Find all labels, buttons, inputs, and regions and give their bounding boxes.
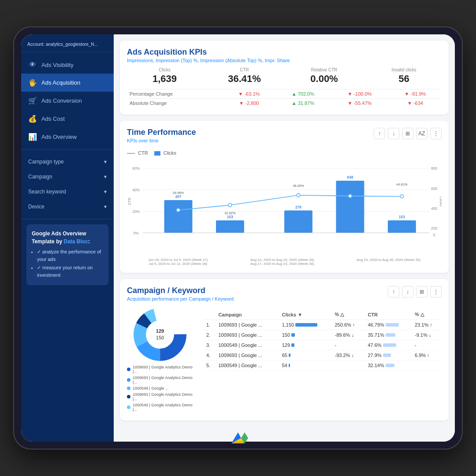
chart-icon: 📊 [28, 133, 37, 141]
col-rank [204, 309, 216, 320]
clicks-delta: -89.6% ↓ [332, 330, 365, 340]
legend-text: 1000549 | Google Analytics Demo |... [133, 403, 197, 412]
ctr-legend: CTR [127, 150, 148, 156]
svg-text:Clicks: Clicks [439, 197, 442, 207]
svg-text:20%: 20% [132, 209, 140, 214]
tablet-screen: Account: analytics_googlestore_N... 👁 Ad… [21, 34, 455, 442]
tablet-frame: Account: analytics_googlestore_N... 👁 Ad… [13, 26, 463, 450]
ctr-value: 32.14% [365, 361, 412, 371]
filter-device[interactable]: Device ▾ [21, 199, 114, 214]
clicks-value: 65 [279, 350, 332, 361]
svg-point-30 [147, 321, 173, 348]
sort-desc-button[interactable]: ↓ [402, 286, 413, 298]
filter-label: Campaign [28, 174, 52, 180]
sidebar-nav: 👁 Ads Visibility 🖐 Ads Acquisition 🛒 Ads… [21, 52, 114, 150]
svg-text:153: 153 [227, 215, 233, 219]
filter-label: Campaign type [28, 159, 64, 165]
rank: 3. [204, 340, 216, 350]
filter-search-keyword[interactable]: Search keyword ▾ [21, 184, 114, 199]
money-icon: 💰 [28, 115, 37, 123]
campaign-name: 1000549 | Google ... [216, 361, 279, 371]
hand-icon: 🖐 [28, 78, 37, 87]
promo-list: ✓ analyze the performance of your ads ✓ … [32, 248, 103, 279]
ctr-delta: -9.1% ↓ [412, 330, 442, 340]
legend-text: 1009693 | Google Analytics Demo |... [133, 392, 197, 401]
sort-asc-button[interactable]: ↑ [374, 128, 385, 139]
account-name: analytics_googlestore_N... [46, 42, 98, 47]
kpi-relative-ctr: Relative CTR 0.00% [286, 67, 362, 85]
chart-header: Time Performance KPIs over time ↑ ↓ ⊞ AZ… [127, 128, 442, 148]
col-clicks[interactable]: Clicks ▼ [279, 309, 332, 320]
kpi-label: Relative CTR [286, 67, 362, 72]
pct-change-invalid: ▼ -91.9% [389, 89, 442, 99]
sidebar-item-ads-conversion[interactable]: 🛒 Ads Conversion [21, 92, 114, 110]
clicks-value: 129 [279, 340, 332, 350]
chart-type-button[interactable]: ⊞ [402, 128, 413, 139]
legend-dot [127, 378, 130, 382]
svg-text:0%: 0% [134, 231, 139, 235]
legend-clicks-label: Clicks [164, 150, 176, 156]
ctr-bar [386, 323, 399, 327]
chart-svg: 60% 40% 20% 0% 800 600 400 200 0 CTR Cl [127, 159, 442, 256]
sort-desc-button[interactable]: ↓ [388, 128, 399, 139]
svg-text:648: 648 [347, 175, 353, 179]
svg-text:CTR: CTR [127, 197, 132, 205]
kpi-label: Invalid clicks [366, 67, 442, 72]
filter-label: Search keyword [28, 189, 66, 195]
sidebar-item-ads-overview[interactable]: 📊 Ads Overview [21, 128, 114, 146]
table-row: 4. 1009693 | Google ... 65 -93.2% ↓ 27.9… [204, 350, 442, 361]
clicks-bar [289, 364, 290, 367]
nav-label: Ads Overview [41, 134, 77, 140]
svg-text:600: 600 [431, 186, 437, 191]
pie-legend-item: 1000549 | Google Analytics Demo |... [127, 403, 197, 412]
promo-item: ✓ measure your return on investment [37, 264, 103, 279]
table-header-row: Campaign Clicks ▼ % △ CTR % △ [204, 309, 442, 320]
clicks-value: 54 [279, 361, 332, 371]
bar-week33 [284, 211, 312, 233]
nav-label: Ads Visibility [41, 62, 74, 68]
chart-type-button[interactable]: ⊞ [416, 286, 428, 298]
svg-text:44.61%: 44.61% [396, 182, 408, 186]
abs-change-clicks: ▼ -2,800 [223, 99, 275, 108]
legend-text: 1009693 | Google Analytics Demo |... [133, 376, 197, 384]
svg-text:800: 800 [431, 167, 437, 171]
eye-icon: 👁 [28, 61, 37, 69]
az-sort-button[interactable]: AZ [416, 128, 428, 139]
sort-asc-button[interactable]: ↑ [388, 286, 399, 298]
more-options-button[interactable]: ⋮ [430, 128, 442, 139]
sidebar-item-ads-cost[interactable]: 💰 Ads Cost [21, 110, 114, 128]
svg-text:400: 400 [431, 206, 437, 211]
sidebar-account: Account: analytics_googlestore_N... [21, 34, 114, 52]
kpi-value: 36.41% [207, 73, 282, 85]
legend-dot [127, 387, 130, 390]
campaign-keyword-card: Campaign / Keyword Acquisition performan… [120, 279, 449, 420]
campaign-title-group: Campaign / Keyword Acquisition performan… [127, 286, 234, 306]
sidebar-item-ads-acquisition[interactable]: 🖐 Ads Acquisition [21, 74, 114, 92]
campaign-title: Campaign / Keyword [127, 286, 234, 295]
svg-text:407: 407 [175, 194, 181, 199]
clicks-bar [291, 333, 295, 337]
promo-title: Google Ads Overview Template by Data Blo… [32, 231, 90, 245]
clicks-bar [289, 353, 290, 357]
table-row: 5. 1000549 | Google ... 54 32.14% [204, 361, 442, 371]
chart-title-group: Time Performance KPIs over time [127, 128, 196, 148]
account-label: Account: [27, 42, 45, 47]
pie-legend: 1009693 | Google Analytics Demo |... 100… [127, 365, 197, 412]
ctr-dot [177, 208, 180, 212]
sidebar-filters: Campaign type ▾ Campaign ▾ Search keywor… [21, 150, 114, 219]
pct-change-clicks: ▼ -63.1% [223, 89, 275, 99]
clicks-value: 1,150 [279, 320, 332, 330]
campaign-subtitle: Acquisition performance per Campaign / K… [127, 296, 234, 301]
more-options-button[interactable]: ⋮ [430, 286, 442, 298]
svg-text:46.26%: 46.26% [293, 184, 304, 188]
svg-text:153: 153 [399, 215, 405, 219]
kpi-change-table: Percentage Change ▼ -63.1% ▲ 702.0% ▼ -1… [127, 89, 442, 108]
table-row: 3. 1000549 | Google ... 129 - 47.6% - [204, 340, 442, 350]
kpi-value: 1,639 [127, 73, 202, 85]
x-label: Aug 10, 2020 to Aug 16, 2020 (Week 33)Au… [250, 258, 314, 266]
filter-campaign-type[interactable]: Campaign type ▾ [21, 154, 114, 169]
chevron-down-icon: ▾ [104, 174, 107, 180]
sidebar-item-ads-visibility[interactable]: 👁 Ads Visibility [21, 56, 114, 74]
pie-legend-item: 1009693 | Google Analytics Demo |... [127, 376, 197, 384]
filter-campaign[interactable]: Campaign ▾ [21, 169, 114, 184]
